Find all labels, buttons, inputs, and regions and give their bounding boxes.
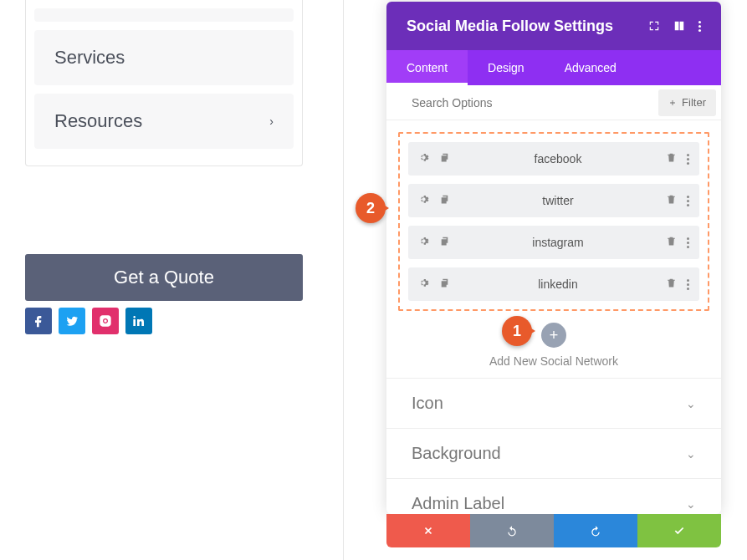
header-icons [648, 20, 701, 32]
network-row-linkedin[interactable]: linkedin [408, 267, 699, 301]
accordion-label: Resources [54, 110, 142, 132]
panel-layout-icon[interactable] [673, 20, 685, 32]
redo-button[interactable] [554, 514, 637, 547]
section-label: Icon [412, 394, 443, 413]
duplicate-icon[interactable] [439, 235, 450, 250]
panel-tabs: Content Design Advanced [386, 50, 721, 85]
get-quote-button[interactable]: Get a Quote [25, 254, 303, 301]
network-row-instagram[interactable]: instagram [408, 226, 699, 259]
annotation-pointer-2: 2 [356, 193, 386, 223]
facebook-icon[interactable] [25, 308, 52, 334]
network-row-twitter[interactable]: twitter [408, 184, 699, 217]
tab-advanced[interactable]: Advanced [545, 50, 637, 85]
sidebar-container: Services Resources › [25, 0, 303, 166]
chevron-down-icon: ⌄ [686, 397, 696, 410]
search-input[interactable] [386, 96, 658, 109]
section-label: Admin Label [412, 494, 504, 513]
network-label: linkedin [450, 277, 666, 291]
network-list-highlight: facebook twitter [398, 132, 709, 311]
section-label: Background [412, 444, 501, 463]
network-label: twitter [450, 194, 666, 207]
accordion-item-empty[interactable] [34, 8, 294, 22]
cancel-button[interactable] [386, 514, 470, 547]
chevron-down-icon: ⌄ [686, 447, 696, 461]
add-network-button[interactable]: + [541, 323, 566, 348]
duplicate-icon[interactable] [439, 277, 450, 292]
more-vert-icon[interactable] [687, 279, 689, 290]
more-vert-icon[interactable] [687, 154, 689, 165]
save-button[interactable] [637, 514, 721, 547]
network-label: instagram [450, 236, 666, 249]
panel-header: Social Media Follow Settings [386, 2, 721, 50]
accordion-item-services[interactable]: Services [34, 30, 294, 85]
more-vert-icon[interactable] [698, 21, 701, 32]
network-row-facebook[interactable]: facebook [408, 142, 699, 176]
more-vert-icon[interactable] [687, 196, 689, 206]
social-icons-row [25, 308, 152, 334]
annotation-number: 1 [513, 323, 521, 340]
add-network-label: Add New Social Network [386, 354, 721, 368]
trash-icon[interactable] [666, 277, 677, 292]
tab-label: Advanced [565, 61, 617, 74]
section-background[interactable]: Background ⌄ [386, 428, 721, 478]
tab-label: Design [488, 61, 524, 74]
tab-content[interactable]: Content [386, 50, 468, 85]
duplicate-icon[interactable] [439, 193, 450, 208]
trash-icon[interactable] [666, 235, 677, 250]
twitter-icon[interactable] [59, 308, 85, 334]
gear-icon[interactable] [418, 193, 429, 208]
instagram-icon[interactable] [92, 308, 119, 334]
search-row: Filter [386, 85, 721, 120]
undo-button[interactable] [470, 514, 554, 547]
duplicate-icon[interactable] [439, 151, 450, 166]
trash-icon[interactable] [666, 151, 677, 166]
linkedin-icon[interactable] [125, 308, 152, 334]
quote-button-label: Get a Quote [114, 267, 214, 288]
vertical-divider [343, 0, 344, 560]
more-vert-icon[interactable] [687, 237, 689, 248]
expand-icon[interactable] [648, 20, 660, 32]
chevron-down-icon: ⌄ [686, 497, 696, 511]
tab-label: Content [407, 61, 448, 74]
accordion-item-resources[interactable]: Resources › [34, 94, 294, 149]
network-label: facebook [450, 152, 666, 165]
annotation-pointer-1: 1 [502, 316, 532, 346]
settings-panel: Social Media Follow Settings Content Des… [386, 2, 721, 514]
accordion-label: Services [54, 47, 125, 69]
gear-icon[interactable] [418, 151, 429, 166]
filter-button[interactable]: Filter [658, 89, 716, 116]
gear-icon[interactable] [418, 235, 429, 250]
annotation-number: 2 [366, 200, 375, 217]
section-icon[interactable]: Icon ⌄ [386, 378, 721, 428]
filter-label: Filter [682, 96, 706, 109]
trash-icon[interactable] [666, 193, 677, 208]
panel-title: Social Media Follow Settings [407, 18, 613, 35]
network-list: facebook twitter [386, 120, 721, 323]
chevron-right-icon: › [269, 115, 274, 128]
footer-actions [386, 514, 721, 547]
tab-design[interactable]: Design [468, 50, 545, 85]
section-admin-label[interactable]: Admin Label ⌄ [386, 478, 721, 514]
add-network-section: + Add New Social Network [386, 323, 721, 368]
gear-icon[interactable] [418, 277, 429, 292]
